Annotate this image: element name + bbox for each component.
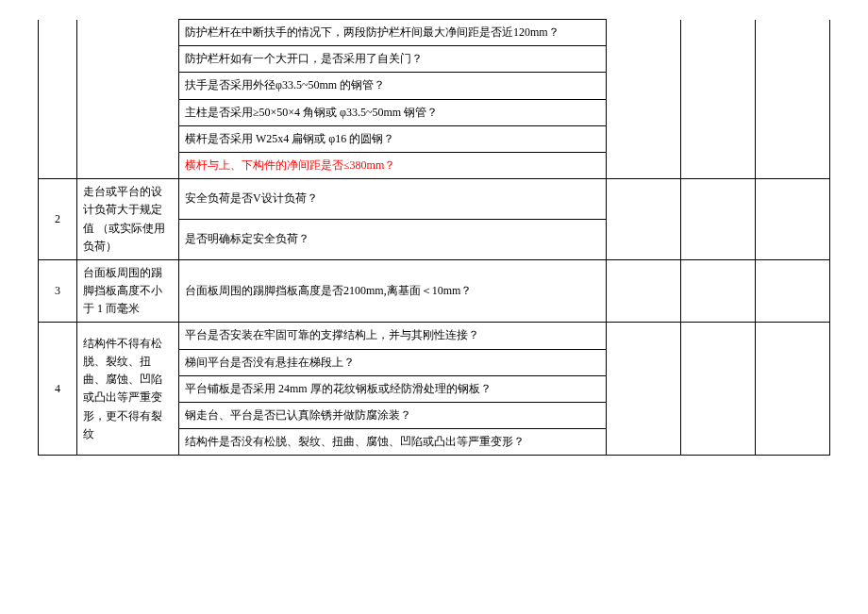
r1-e1 [607, 20, 681, 179]
r2-e1 [607, 179, 681, 260]
r2-e3 [756, 179, 830, 260]
r1-e3 [756, 20, 830, 179]
r3-e3 [756, 259, 830, 323]
r4-q5: 结构件是否没有松脱、裂纹、扭曲、腐蚀、凹陷或凸出等严重变形？ [179, 429, 607, 456]
row4-topic: 结构件不得有松脱、裂纹、扭曲、腐蚀、凹陷或凸出等严重变形，更不得有裂纹 [77, 323, 179, 456]
r4-q3: 平台铺板是否采用 24mm 厚的花纹钢板或经防滑处理的钢板？ [179, 375, 607, 402]
r2-q2: 是否明确标定安全负荷？ [179, 220, 607, 260]
r1-q6: 横杆与上、下构件的净间距是否≤380mm？ [179, 152, 607, 178]
spec-table: 防护栏杆在中断扶手的情况下，两段防护栏杆间最大净间距是否近120mm？ 防护栏杆… [38, 19, 830, 456]
r3-q1: 台面板周围的踢脚挡板高度是否2100mm,离基面＜10mm？ [179, 259, 607, 323]
r1-q4: 主柱是否采用≥50×50×4 角钢或 φ33.5~50mm 钢管？ [179, 99, 607, 125]
r1-e2 [681, 20, 756, 179]
r4-q1: 平台是否安装在牢固可靠的支撑结构上，并与其刚性连接？ [179, 323, 607, 349]
r1-q1: 防护栏杆在中断扶手的情况下，两段防护栏杆间最大净间距是否近120mm？ [179, 20, 607, 46]
r4-q4: 钢走台、平台是否已认真除锈并做防腐涂装？ [179, 403, 607, 429]
row1-topic [77, 20, 179, 179]
row4-num: 4 [39, 323, 77, 456]
r3-e1 [607, 259, 681, 323]
row1-num [39, 20, 77, 179]
row3-topic: 台面板周围的踢脚挡板高度不小于 1 而毫米 [77, 259, 179, 323]
r1-q2: 防护栏杆如有一个大开口，是否采用了自关门？ [179, 46, 607, 73]
row3-num: 3 [39, 259, 77, 323]
r2-q1: 安全负荷是否V设计负荷？ [179, 179, 607, 220]
r4-e3 [756, 323, 830, 456]
r2-e2 [681, 179, 756, 260]
row2-topic: 走台或平台的设计负荷大于规定值 （或实际使用负荷） [77, 179, 179, 260]
r4-e2 [681, 323, 756, 456]
r4-q2: 梯间平台是否没有悬挂在梯段上？ [179, 349, 607, 375]
r1-q5: 横杆是否采用 W25x4 扁钢或 φ16 的圆钢？ [179, 125, 607, 152]
row2-num: 2 [39, 179, 77, 260]
r3-e2 [681, 259, 756, 323]
r4-e1 [607, 323, 681, 456]
r1-q3: 扶手是否采用外径φ33.5~50mm 的钢管？ [179, 73, 607, 99]
